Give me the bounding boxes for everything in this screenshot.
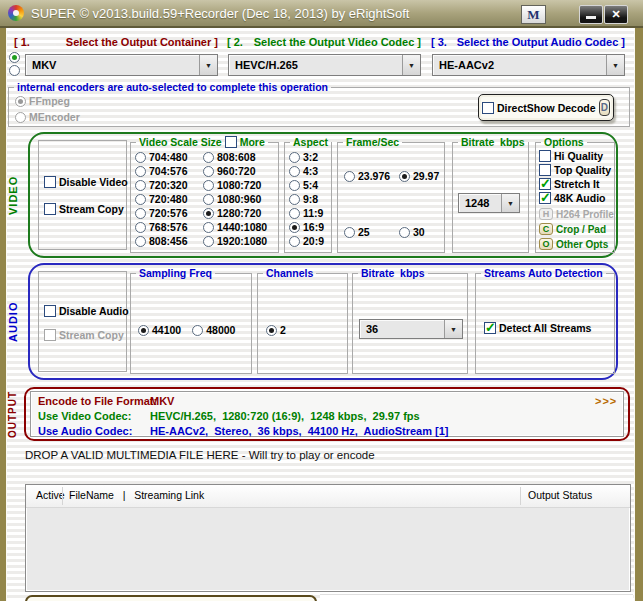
container-mode-radio-bottom[interactable] [9, 65, 20, 76]
file-table-body[interactable] [26, 508, 630, 593]
radio-icon[interactable] [203, 222, 214, 233]
container-mode-radio-top[interactable] [9, 52, 20, 63]
radio-option-2[interactable]: 2 [266, 323, 286, 337]
more-checkbox[interactable] [225, 136, 237, 148]
radio-option-720-480[interactable]: 720:480 [135, 192, 203, 206]
radio-icon[interactable] [203, 236, 214, 247]
mini-button-key[interactable]: C [539, 223, 553, 235]
chevron-down-icon[interactable]: ▼ [402, 55, 420, 75]
radio-option-20-9[interactable]: 20:9 [289, 234, 331, 248]
radio-option-720-576[interactable]: 720:576 [135, 206, 203, 220]
hi-quality-checkbox[interactable]: Hi Quality [539, 149, 614, 163]
radio-icon[interactable] [289, 236, 300, 247]
radio-icon[interactable] [135, 166, 146, 177]
checkbox-icon[interactable] [44, 329, 56, 341]
radio-icon[interactable] [138, 325, 149, 336]
radio-icon[interactable] [135, 222, 146, 233]
radio-icon[interactable] [266, 325, 277, 336]
radio-icon[interactable] [15, 112, 26, 123]
disable-audio-checkbox[interactable]: Disable Audio [44, 304, 126, 318]
audio-stream-copy-checkbox[interactable]: Stream Copy [44, 328, 126, 342]
radio-icon[interactable] [289, 194, 300, 205]
video-codec-select[interactable]: HEVC/H.265 ▼ [228, 54, 421, 76]
checkbox-icon[interactable] [484, 322, 496, 334]
radio-icon[interactable] [344, 227, 355, 238]
checkbox-icon[interactable] [44, 176, 56, 188]
radio-option-704-576[interactable]: 704:576 [135, 164, 203, 178]
directshow-d-button[interactable]: D [599, 99, 610, 116]
radio-option-4-3[interactable]: 4:3 [289, 164, 331, 178]
radio-option-1080-960[interactable]: 1080:960 [203, 192, 267, 206]
radio-option-9-8[interactable]: 9:8 [289, 192, 331, 206]
radio-option-48000[interactable]: 48000 [192, 323, 235, 337]
radio-icon[interactable] [399, 227, 410, 238]
radio-option-11-9[interactable]: 11:9 [289, 206, 331, 220]
h264-profile-button[interactable]: HH264 Profile [539, 207, 614, 221]
radio-option-808-456[interactable]: 808:456 [135, 234, 203, 248]
radio-option-29-97[interactable]: 29.97 [399, 169, 444, 183]
radio-option-768-576[interactable]: 768:576 [135, 220, 203, 234]
radio-option-1440-1080[interactable]: 1440:1080 [203, 220, 267, 234]
container-select[interactable]: MKV ▼ [25, 54, 218, 76]
crop-pad-button[interactable]: CCrop / Pad [539, 222, 614, 236]
checkbox-icon[interactable] [44, 203, 56, 215]
checkbox-icon[interactable] [539, 192, 551, 204]
radio-icon[interactable] [344, 171, 355, 182]
m-button[interactable]: M [521, 5, 546, 24]
radio-icon[interactable] [289, 152, 300, 163]
chevron-down-icon[interactable]: ▼ [199, 55, 217, 75]
audio-codec-select[interactable]: HE-AACv2 ▼ [432, 54, 625, 76]
column-separator[interactable] [62, 487, 63, 505]
close-button[interactable]: ✕ [604, 5, 628, 24]
radio-option-720-320[interactable]: 720:320 [135, 178, 203, 192]
other-opts-button[interactable]: OOther Opts [539, 237, 614, 251]
chevron-down-icon[interactable]: ▼ [606, 55, 624, 75]
radio-icon[interactable] [203, 180, 214, 191]
column-filename[interactable]: FileName | Streaming Link [69, 489, 204, 501]
radio-option-960-720[interactable]: 960:720 [203, 164, 267, 178]
checkbox-icon[interactable] [44, 305, 56, 317]
column-output-status[interactable]: Output Status [528, 489, 592, 501]
radio-option-1080-720[interactable]: 1080:720 [203, 178, 267, 192]
radio-icon[interactable] [399, 171, 410, 182]
stretch-it-checkbox[interactable]: Stretch It [539, 177, 614, 191]
video-stream-copy-checkbox[interactable]: Stream Copy [44, 202, 126, 216]
detect-all-streams-checkbox[interactable]: Detect All Streams [476, 279, 614, 335]
radio-icon[interactable] [192, 325, 203, 336]
minimize-button[interactable] [579, 5, 603, 24]
top-quality-checkbox[interactable]: Top Quality [539, 163, 614, 177]
radio-option-5-4[interactable]: 5:4 [289, 178, 331, 192]
column-active[interactable]: Active [36, 489, 65, 501]
radio-option-30[interactable]: 30 [399, 225, 444, 239]
radio-option-23-976[interactable]: 23.976 [344, 169, 397, 183]
radio-icon[interactable] [289, 180, 300, 191]
radio-icon[interactable] [135, 208, 146, 219]
checkbox-icon[interactable] [539, 150, 551, 162]
chevron-down-icon[interactable]: ▼ [444, 320, 462, 338]
radio-icon[interactable] [203, 166, 214, 177]
radio-option-25[interactable]: 25 [344, 225, 397, 239]
48k-audio-checkbox[interactable]: 48K Audio [539, 191, 614, 205]
radio-option-1920-1080[interactable]: 1920:1080 [203, 234, 267, 248]
radio-icon[interactable] [203, 152, 214, 163]
radio-option-1280-720[interactable]: 1280:720 [203, 206, 267, 220]
title-bar[interactable]: SUPER © v2013.build.59+Recorder (Dec 18,… [0, 0, 643, 28]
disable-video-checkbox[interactable]: Disable Video [44, 175, 126, 189]
radio-option-808-608[interactable]: 808:608 [203, 150, 267, 164]
checkbox-icon[interactable] [539, 178, 551, 190]
output-more-arrows[interactable]: >>> [595, 395, 617, 407]
radio-option-44100[interactable]: 44100 [138, 323, 181, 337]
radio-icon[interactable] [289, 166, 300, 177]
radio-icon[interactable] [135, 180, 146, 191]
radio-icon[interactable] [289, 222, 300, 233]
radio-icon[interactable] [289, 208, 300, 219]
radio-option-704-480[interactable]: 704:480 [135, 150, 203, 164]
checkbox-icon[interactable] [539, 164, 551, 176]
column-separator[interactable] [520, 487, 521, 505]
radio-icon[interactable] [135, 236, 146, 247]
radio-icon[interactable] [15, 96, 26, 107]
video-bitrate-select[interactable]: 1248 ▼ [458, 193, 520, 213]
radio-icon[interactable] [135, 152, 146, 163]
mini-button-key[interactable]: H [539, 208, 553, 220]
radio-option-16-9[interactable]: 16:9 [289, 220, 331, 234]
